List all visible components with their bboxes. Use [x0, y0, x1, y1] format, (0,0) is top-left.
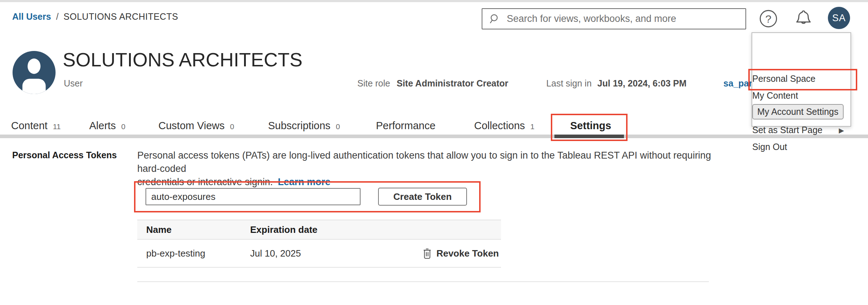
column-header-name: Name [137, 224, 250, 235]
user-menu: Personal Space My Content My Account Set… [752, 32, 851, 127]
pat-description: Personal access tokens (PATs) are long-l… [137, 149, 718, 189]
menu-item-my-account-settings[interactable]: My Account Settings [752, 103, 852, 120]
tab-label: Alerts [89, 120, 116, 132]
profile-tabs: Content 11 Alerts 0 Custom Views 0 Subsc… [0, 117, 868, 135]
tab-label: Content [11, 120, 48, 132]
tab-count: 0 [230, 122, 234, 131]
global-search[interactable] [482, 8, 746, 29]
tab-label: Subscriptions [268, 120, 330, 132]
menu-item-label: My Account Settings [752, 104, 844, 119]
breadcrumb-current-page: SOLUTIONS ARCHITECTS [63, 11, 178, 22]
menu-item-my-content[interactable]: My Content [752, 87, 852, 104]
table-row: pb-exp-testing Jul 10, 2025 Revoke Token [137, 240, 501, 268]
user-profile-avatar [13, 51, 56, 94]
tab-label: Settings [570, 120, 611, 132]
help-button[interactable]: ? [759, 9, 778, 28]
submenu-arrow-icon: ▶ [839, 126, 844, 134]
menu-item-label: My Content [752, 90, 798, 101]
notifications-button[interactable] [793, 8, 814, 29]
person-icon [13, 51, 56, 94]
tab-alerts[interactable]: Alerts 0 [89, 120, 125, 132]
token-expiration-cell: Jul 10, 2025 [250, 248, 422, 259]
revoke-token-label: Revoke Token [437, 248, 499, 259]
pat-description-line2: credentials or interactive signin. [137, 177, 273, 187]
help-icon: ? [759, 9, 778, 28]
menu-item-set-start-page[interactable]: Set as Start Page ▶ [752, 122, 852, 139]
pat-description-line1: Personal access tokens (PATs) are long-l… [137, 150, 711, 174]
tokens-table: Name Expiration date pb-exp-testing Jul … [137, 220, 501, 268]
avatar-initials: SA [832, 13, 846, 24]
site-role-label: Site role [357, 78, 390, 89]
section-divider [137, 281, 709, 282]
profile-meta: Site role Site Administrator Creator Las… [357, 78, 800, 89]
token-name-input[interactable] [146, 188, 361, 205]
user-avatar-button[interactable]: SA [828, 7, 850, 29]
search-input[interactable] [507, 13, 745, 24]
site-role-value: Site Administrator Creator [397, 78, 509, 89]
tab-custom-views[interactable]: Custom Views 0 [158, 120, 234, 132]
tab-count: 0 [336, 122, 340, 131]
token-name-cell: pb-exp-testing [137, 248, 250, 259]
revoke-token-button[interactable]: Revoke Token [422, 247, 501, 259]
create-token-button[interactable]: Create Token [378, 188, 467, 206]
learn-more-link[interactable]: Learn more [278, 177, 330, 187]
breadcrumb-separator: / [56, 11, 58, 22]
tab-count: 0 [121, 122, 125, 131]
pat-section-label: Personal Access Tokens [12, 150, 117, 160]
last-sign-in-label: Last sign in [546, 78, 591, 89]
trash-icon [422, 247, 432, 259]
tab-settings[interactable]: Settings [570, 120, 611, 132]
window-top-strip [0, 0, 868, 2]
tab-count: 11 [53, 122, 61, 131]
menu-item-label: Set as Start Page [752, 125, 822, 135]
tab-subscriptions[interactable]: Subscriptions 0 [268, 120, 340, 132]
bell-icon [793, 8, 814, 29]
tab-count: 1 [530, 122, 535, 131]
tab-performance[interactable]: Performance [376, 120, 435, 132]
page-title: SOLUTIONS ARCHITECTS [63, 48, 302, 71]
column-header-expiration: Expiration date [250, 224, 501, 235]
menu-item-sign-out[interactable]: Sign Out [752, 139, 852, 155]
breadcrumb-all-users-link[interactable]: All Users [12, 11, 51, 22]
tabbar-track [0, 135, 868, 138]
search-icon [489, 13, 501, 25]
tab-content[interactable]: Content 11 [11, 120, 61, 132]
menu-item-personal-space[interactable]: Personal Space [752, 70, 852, 87]
tokens-table-header: Name Expiration date [137, 220, 501, 240]
last-sign-in-value: Jul 19, 2024, 6:03 PM [597, 78, 687, 89]
tab-label: Custom Views [158, 120, 225, 132]
breadcrumb: All Users / SOLUTIONS ARCHITECTS [12, 11, 178, 22]
tab-label: Collections [474, 120, 525, 132]
active-tab-underline [554, 135, 624, 138]
menu-item-label: Sign Out [752, 142, 787, 152]
profile-subtitle: User [64, 78, 83, 89]
tab-label: Performance [376, 120, 435, 132]
menu-item-label: Personal Space [752, 74, 816, 84]
svg-text:?: ? [766, 13, 772, 25]
tab-collections[interactable]: Collections 1 [474, 120, 535, 132]
